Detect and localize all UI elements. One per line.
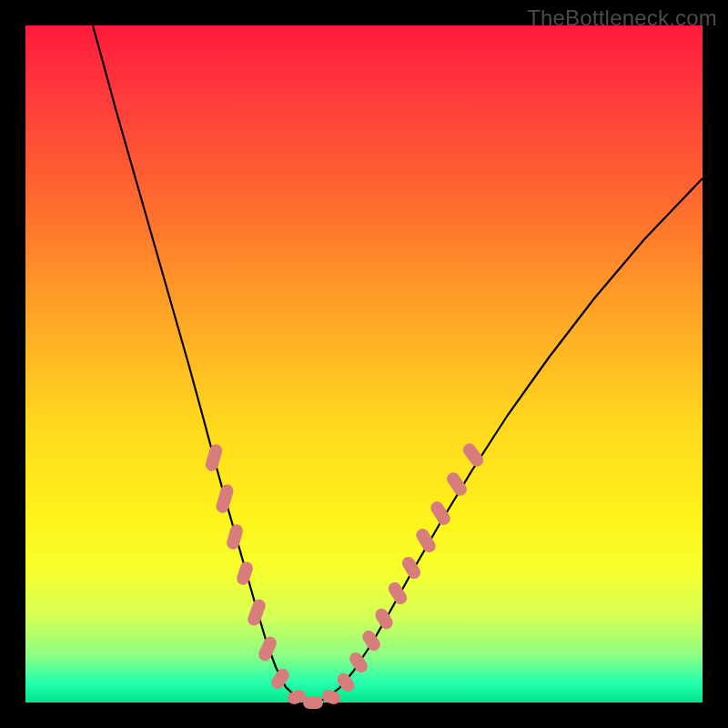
- svg-rect-8: [303, 696, 323, 709]
- svg-rect-0: [204, 443, 224, 473]
- curve-marker: [215, 483, 235, 515]
- curve-marker: [347, 650, 369, 675]
- svg-rect-11: [347, 650, 369, 675]
- bottleneck-chart: [25, 25, 703, 703]
- curve-marker: [335, 671, 358, 694]
- svg-rect-10: [335, 671, 358, 694]
- svg-rect-3: [235, 560, 254, 586]
- svg-rect-6: [268, 666, 291, 692]
- svg-rect-1: [215, 483, 235, 515]
- watermark-text: TheBottleneck.com: [527, 5, 717, 31]
- svg-rect-5: [257, 634, 278, 662]
- svg-rect-2: [225, 523, 244, 551]
- curve-marker: [257, 634, 278, 662]
- curve-marker: [246, 598, 267, 628]
- curve-marker: [429, 499, 453, 527]
- marker-layer: [204, 441, 486, 709]
- curve-marker: [268, 666, 291, 692]
- curve-marker: [414, 526, 439, 554]
- curve-marker: [235, 560, 254, 586]
- svg-rect-4: [246, 598, 267, 628]
- curve-marker: [204, 443, 224, 473]
- curve-marker: [303, 696, 323, 709]
- svg-rect-9: [320, 688, 342, 706]
- chart-plot-area: [25, 25, 703, 703]
- svg-rect-18: [444, 470, 469, 498]
- svg-rect-17: [429, 499, 453, 527]
- curve-marker: [225, 523, 244, 551]
- curve-marker: [444, 470, 469, 498]
- svg-rect-16: [414, 526, 439, 554]
- curve-marker: [320, 688, 342, 706]
